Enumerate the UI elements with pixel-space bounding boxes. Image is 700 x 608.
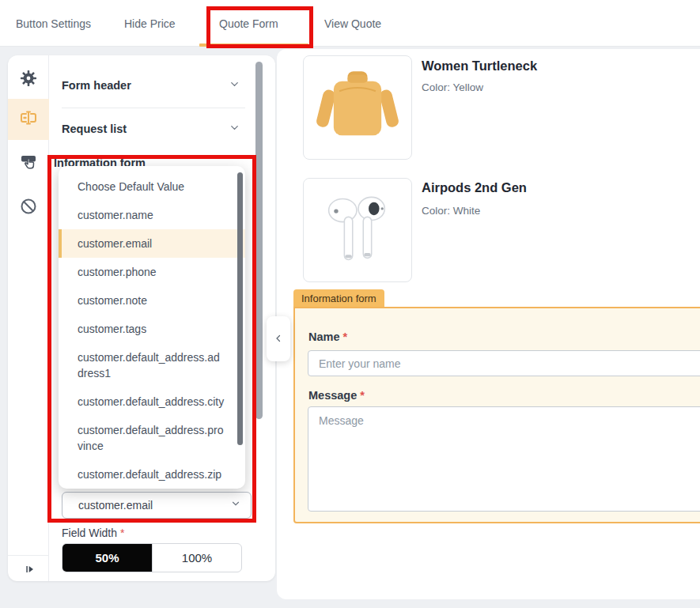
required-asterisk: * xyxy=(360,389,365,402)
dropdown-option[interactable]: customer.default_address.address1 xyxy=(59,343,245,387)
product-attribute: Color: Yellow xyxy=(422,81,483,93)
section-request-list-label: Request list xyxy=(62,123,127,135)
chevron-down-icon xyxy=(229,78,240,93)
dropdown-option[interactable]: customer.phone xyxy=(59,258,245,286)
sidebar-item-settings[interactable] xyxy=(8,59,49,100)
sidebar-item-form-fields[interactable] xyxy=(8,99,49,140)
preview-collapse-handle[interactable] xyxy=(267,316,290,361)
dropdown-option[interactable]: customer.tags xyxy=(59,315,245,343)
information-form-tab: Information form xyxy=(293,289,384,307)
message-field-label: Message * xyxy=(308,389,365,402)
divider xyxy=(62,108,245,108)
rail-divider xyxy=(8,555,49,556)
dropdown-option[interactable]: customer.note xyxy=(59,286,245,315)
sidebar-item-button-click[interactable] xyxy=(8,143,49,184)
section-form-header[interactable]: Form header xyxy=(49,70,275,101)
sweater-illustration xyxy=(316,64,399,151)
dropdown-scrollbar[interactable] xyxy=(237,172,243,445)
message-textarea[interactable] xyxy=(308,406,700,512)
panel-scrollbar[interactable] xyxy=(255,62,263,419)
tab-button-settings[interactable]: Button Settings xyxy=(16,0,91,47)
default-value-select[interactable]: customer.email xyxy=(62,492,252,519)
dropdown-option[interactable]: customer.default_address.city xyxy=(59,387,245,416)
chevron-left-icon xyxy=(274,332,283,346)
dropdown-option[interactable]: Choose Default Value xyxy=(59,172,245,201)
panel-collapse-button[interactable] xyxy=(19,561,41,580)
required-asterisk: * xyxy=(343,330,348,343)
product-image-women-turtleneck xyxy=(303,55,412,160)
quote-form-preview: Women Turtleneck Color: Yellow Airpods 2… xyxy=(277,49,700,599)
sidebar-item-disable[interactable] xyxy=(8,187,49,228)
default-value-dropdown-list: Choose Default Value customer.name custo… xyxy=(59,166,245,489)
tab-view-quote[interactable]: View Quote xyxy=(324,0,381,47)
name-field-label: Name * xyxy=(308,330,347,343)
information-form-panel: Name * Message * xyxy=(293,307,700,523)
field-width-100-button[interactable]: 100% xyxy=(152,544,241,572)
gear-icon xyxy=(20,70,37,90)
required-asterisk: * xyxy=(120,527,124,539)
default-value-select-value: customer.email xyxy=(78,499,153,512)
field-width-toggle: 50% 100% xyxy=(62,543,242,572)
dropdown-option[interactable]: customer.default_address.province xyxy=(59,416,245,460)
block-icon xyxy=(19,197,38,219)
dropdown-option[interactable]: customer.name xyxy=(59,201,245,229)
dropdown-option-selected[interactable]: customer.email xyxy=(59,229,245,258)
field-width-50-button[interactable]: 50% xyxy=(62,544,152,572)
active-tab-underline xyxy=(199,43,308,47)
tab-quote-form[interactable]: Quote Form xyxy=(219,0,278,47)
chevron-down-icon xyxy=(229,122,240,137)
click-pointer-icon xyxy=(19,153,38,175)
product-attribute: Color: White xyxy=(422,205,480,217)
chevron-down-icon xyxy=(230,498,241,512)
field-width-label: Field Width * xyxy=(62,527,124,539)
product-title: Women Turtleneck xyxy=(422,59,537,74)
section-form-header-label: Form header xyxy=(62,79,131,92)
section-request-list[interactable]: Request list xyxy=(49,113,275,145)
dropdown-option[interactable]: customer.default_address.zip xyxy=(59,460,245,489)
airpods-illustration xyxy=(316,187,399,274)
name-input[interactable] xyxy=(308,350,700,376)
expand-panel-icon xyxy=(23,563,37,579)
product-title: Airpods 2nd Gen xyxy=(422,180,527,195)
form-input-icon xyxy=(19,108,38,130)
icon-rail xyxy=(8,55,49,581)
product-image-airpods xyxy=(303,178,412,282)
tab-hide-price[interactable]: Hide Price xyxy=(124,0,176,47)
